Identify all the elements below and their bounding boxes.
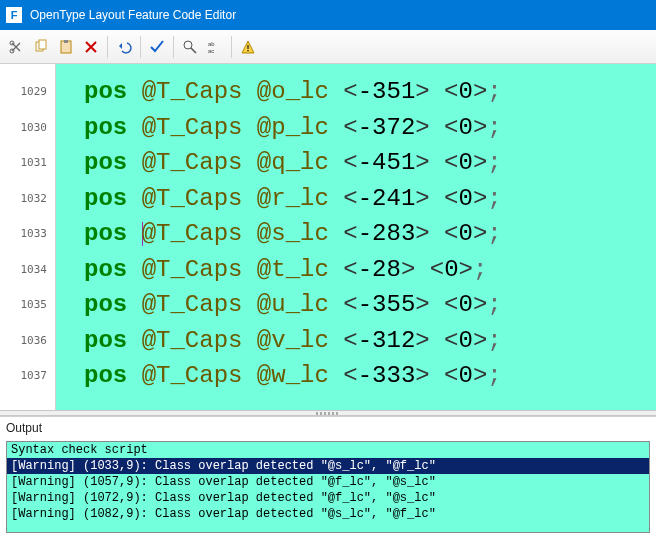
code-line[interactable]: pos @T_Caps @u_lc <-355> <0>; — [84, 287, 656, 323]
code-line[interactable]: pos @T_Caps @o_lc <-351> <0>; — [84, 74, 656, 110]
line-number: 1030 — [0, 110, 55, 146]
code-line[interactable]: pos @T_Caps @p_lc <-372> <0>; — [84, 110, 656, 146]
output-panel: Output Syntax check script[Warning] (103… — [0, 416, 656, 533]
output-row[interactable]: [Warning] (1082,9): Class overlap detect… — [7, 506, 649, 522]
check-button[interactable] — [145, 35, 169, 59]
line-number: 1032 — [0, 181, 55, 217]
toolbar-separator — [140, 36, 141, 58]
svg-text:ac: ac — [208, 48, 214, 54]
code-line[interactable]: pos @T_Caps @s_lc <-283> <0>; — [84, 216, 656, 252]
paste-icon — [58, 39, 74, 55]
copy-button[interactable] — [29, 35, 53, 59]
line-number: 1031 — [0, 145, 55, 181]
output-header: Syntax check script — [7, 442, 649, 458]
copy-icon — [33, 39, 49, 55]
toolbar: abac — [0, 30, 656, 64]
line-number: 1033 — [0, 216, 55, 252]
code-line[interactable]: pos @T_Caps @t_lc <-28> <0>; — [84, 252, 656, 288]
output-row[interactable]: [Warning] (1033,9): Class overlap detect… — [7, 458, 649, 474]
check-icon — [149, 39, 165, 55]
svg-point-0 — [10, 49, 14, 53]
code-line[interactable]: pos @T_Caps @r_lc <-241> <0>; — [84, 181, 656, 217]
line-number: 1029 — [0, 74, 55, 110]
find-button[interactable] — [178, 35, 202, 59]
find-icon — [182, 39, 198, 55]
line-number: 1035 — [0, 287, 55, 323]
toolbar-separator — [173, 36, 174, 58]
svg-rect-3 — [39, 40, 46, 49]
undo-button[interactable] — [112, 35, 136, 59]
svg-text:ab: ab — [208, 41, 215, 47]
warnings-button[interactable] — [236, 35, 260, 59]
svg-rect-10 — [247, 50, 248, 51]
code-content[interactable]: pos @T_Caps @o_lc <-351> <0>;pos @T_Caps… — [56, 64, 656, 410]
toolbar-separator — [231, 36, 232, 58]
splitter-handle[interactable] — [0, 410, 656, 416]
cut-icon — [8, 39, 24, 55]
code-editor[interactable]: 102910301031103210331034103510361037 pos… — [0, 64, 656, 410]
code-line[interactable]: pos @T_Caps @v_lc <-312> <0>; — [84, 323, 656, 359]
window-title: OpenType Layout Feature Code Editor — [30, 8, 236, 22]
code-line[interactable]: pos @T_Caps @w_lc <-333> <0>; — [84, 358, 656, 394]
app-icon: F — [6, 7, 22, 23]
line-number: 1034 — [0, 252, 55, 288]
replace-icon: abac — [207, 39, 223, 55]
svg-point-1 — [10, 41, 14, 45]
toolbar-separator — [107, 36, 108, 58]
svg-rect-9 — [247, 45, 248, 49]
output-row[interactable]: [Warning] (1072,9): Class overlap detect… — [7, 490, 649, 506]
output-row[interactable]: [Warning] (1057,9): Class overlap detect… — [7, 474, 649, 490]
delete-button[interactable] — [79, 35, 103, 59]
delete-icon — [83, 39, 99, 55]
svg-point-6 — [184, 41, 192, 49]
undo-icon — [116, 39, 132, 55]
line-number: 1036 — [0, 323, 55, 359]
warning-icon — [240, 39, 256, 55]
paste-button[interactable] — [54, 35, 78, 59]
cut-button[interactable] — [4, 35, 28, 59]
titlebar: F OpenType Layout Feature Code Editor — [0, 0, 656, 30]
output-box[interactable]: Syntax check script[Warning] (1033,9): C… — [6, 441, 650, 533]
line-number: 1037 — [0, 358, 55, 394]
output-label: Output — [0, 417, 656, 441]
svg-rect-5 — [64, 40, 68, 43]
code-line[interactable]: pos @T_Caps @q_lc <-451> <0>; — [84, 145, 656, 181]
line-number-gutter: 102910301031103210331034103510361037 — [0, 64, 56, 410]
replace-button[interactable]: abac — [203, 35, 227, 59]
